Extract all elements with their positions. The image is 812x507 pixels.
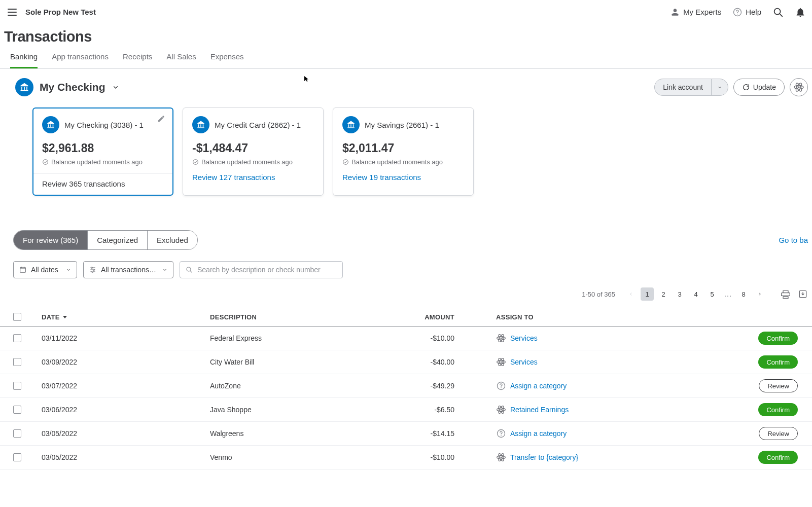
segment-row: For review (365) Categorized Excluded Go…	[0, 196, 812, 250]
atom-icon	[496, 357, 506, 367]
check-circle-icon	[342, 159, 349, 165]
page-3[interactable]: 3	[673, 287, 686, 301]
hamburger-menu-icon[interactable]	[4, 4, 20, 20]
print-icon[interactable]	[781, 289, 791, 299]
table-row[interactable]: 03/11/2022 Federal Express -$10.00 Servi…	[0, 327, 812, 350]
cell-assign: Retained Earnings	[454, 405, 732, 415]
review-button[interactable]: Review	[759, 427, 798, 440]
segment-excluded[interactable]: Excluded	[148, 231, 197, 249]
page-ellipsis: …	[722, 289, 734, 299]
page-1[interactable]: 1	[641, 287, 654, 301]
cell-amount: -$49.29	[378, 382, 454, 390]
account-card[interactable]: My Checking (3038) - 1 $2,961.88 Balance…	[32, 107, 173, 196]
check-circle-icon	[42, 159, 49, 165]
table-row[interactable]: 03/09/2022 City Water Bill -$40.00 Servi…	[0, 350, 812, 374]
cell-assign: Services	[454, 333, 732, 343]
account-card[interactable]: My Savings (2661) - 1 $2,011.47 Balance …	[333, 107, 474, 196]
tab-banking[interactable]: Banking	[10, 52, 38, 68]
card-updated: Balance updated moments ago	[192, 158, 314, 166]
assign-link[interactable]: Assign a category	[510, 429, 567, 438]
card-review-link[interactable]: Review 19 transactions	[342, 173, 464, 182]
assign-link[interactable]: Services	[510, 334, 538, 342]
tab-receipts[interactable]: Receipts	[123, 52, 152, 68]
row-checkbox[interactable]	[13, 453, 21, 461]
page-2[interactable]: 2	[657, 287, 670, 301]
segment-for-review[interactable]: For review (365)	[14, 231, 88, 249]
svg-line-7	[780, 14, 782, 16]
page-5[interactable]: 5	[705, 287, 719, 301]
select-all-checkbox[interactable]	[13, 313, 21, 321]
link-account-button[interactable]: Link account	[654, 79, 712, 96]
segment-categorized[interactable]: Categorized	[88, 231, 148, 249]
cell-description: City Water Bill	[210, 358, 378, 366]
cell-assign: Assign a category	[454, 428, 732, 439]
search-icon[interactable]	[772, 7, 784, 18]
tab-expenses[interactable]: Expenses	[210, 52, 244, 68]
row-checkbox[interactable]	[13, 334, 21, 342]
account-card[interactable]: My Credit Card (2662) - 1 -$1,484.47 Bal…	[183, 107, 324, 196]
goto-bank-link[interactable]: Go to ba	[779, 236, 808, 244]
tab-app-transactions[interactable]: App transactions	[52, 52, 109, 68]
assistant-button[interactable]	[790, 78, 808, 96]
page-next[interactable]	[753, 287, 766, 301]
pagination-summary: 1-50 of 365	[582, 291, 615, 298]
assign-link[interactable]: Transfer to {category}	[510, 453, 578, 461]
page-4[interactable]: 4	[689, 287, 702, 301]
cell-date: 03/05/2022	[42, 429, 210, 438]
question-icon	[496, 381, 506, 391]
review-button[interactable]: Review	[759, 379, 798, 392]
table-row[interactable]: 03/07/2022 AutoZone -$49.29 Assign a cat…	[0, 374, 812, 398]
bell-icon[interactable]	[795, 7, 806, 18]
card-review-link[interactable]: Review 365 transactions	[42, 179, 164, 188]
table-header: DATE DESCRIPTION AMOUNT ASSIGN TO	[0, 308, 812, 327]
confirm-button[interactable]: Confirm	[758, 451, 798, 464]
col-assign[interactable]: ASSIGN TO	[454, 313, 732, 321]
help-label: Help	[746, 8, 761, 16]
card-review-link[interactable]: Review 127 transactions	[192, 173, 314, 182]
page-prev[interactable]	[624, 287, 638, 301]
confirm-button[interactable]: Confirm	[758, 332, 798, 345]
account-header: My Checking Link account Update	[0, 69, 812, 96]
cell-amount: -$10.00	[378, 453, 454, 461]
search-input-wrapper	[180, 261, 343, 278]
company-name[interactable]: Sole Prop New Test	[25, 8, 96, 16]
date-filter[interactable]: All dates	[13, 261, 77, 278]
assign-link[interactable]: Assign a category	[510, 382, 567, 390]
table-row[interactable]: 03/05/2022 Walgreens -$14.15 Assign a ca…	[0, 422, 812, 446]
assign-link[interactable]: Retained Earnings	[510, 406, 569, 414]
row-checkbox[interactable]	[13, 358, 21, 366]
link-account-dropdown[interactable]	[711, 79, 728, 96]
card-title: My Savings (2661) - 1	[365, 121, 439, 129]
col-amount[interactable]: AMOUNT	[378, 313, 454, 321]
row-checkbox[interactable]	[13, 406, 21, 414]
export-icon[interactable]	[798, 289, 808, 299]
tab-all-sales[interactable]: All Sales	[166, 52, 196, 68]
help-button[interactable]: Help	[732, 7, 761, 17]
help-icon	[732, 7, 743, 17]
row-checkbox[interactable]	[13, 382, 21, 390]
svg-point-18	[91, 267, 93, 269]
chevron-down-icon[interactable]	[112, 83, 120, 91]
col-description[interactable]: DESCRIPTION	[210, 313, 378, 321]
row-checkbox[interactable]	[13, 429, 21, 438]
confirm-button[interactable]: Confirm	[758, 403, 798, 416]
chevron-down-icon	[717, 84, 723, 90]
search-input[interactable]	[197, 266, 337, 274]
table-row[interactable]: 03/06/2022 Java Shoppe -$6.50 Retained E…	[0, 398, 812, 422]
atom-icon	[496, 452, 506, 462]
table-row[interactable]: 03/05/2022 Venmo -$10.00 Transfer to {ca…	[0, 446, 812, 469]
col-date[interactable]: DATE	[42, 313, 210, 321]
page-8[interactable]: 8	[737, 287, 750, 301]
cell-amount: -$6.50	[378, 406, 454, 414]
my-experts-button[interactable]: My Experts	[670, 7, 721, 17]
confirm-button[interactable]: Confirm	[758, 355, 798, 369]
assign-link[interactable]: Services	[510, 358, 538, 366]
update-button[interactable]: Update	[733, 79, 785, 96]
cell-date: 03/07/2022	[42, 382, 210, 390]
pencil-icon[interactable]	[157, 115, 165, 123]
card-balance: -$1,484.47	[192, 141, 314, 155]
svg-point-20	[92, 271, 93, 273]
transaction-filter[interactable]: All transactions (…	[83, 261, 173, 278]
card-updated: Balance updated moments ago	[342, 158, 464, 166]
svg-line-22	[190, 271, 192, 272]
